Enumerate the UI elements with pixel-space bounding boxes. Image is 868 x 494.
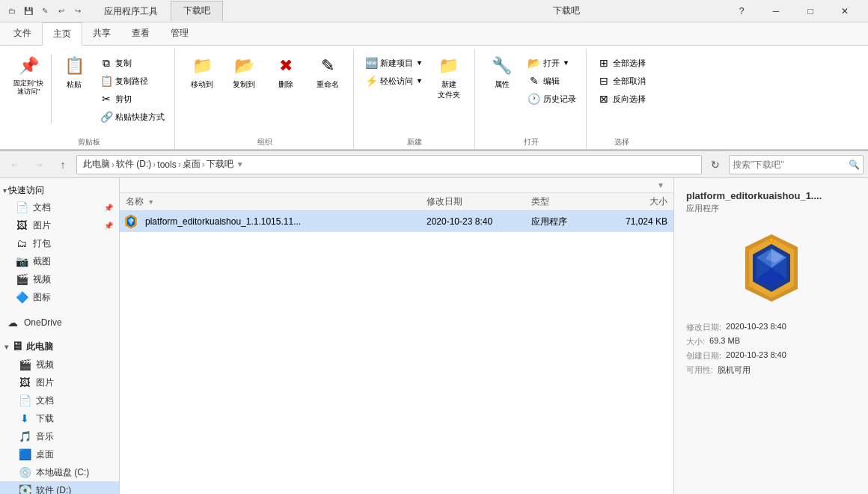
tab-home[interactable]: 主页 — [42, 22, 82, 46]
select-label: 选择 — [588, 137, 655, 147]
sidebar-item-music[interactable]: 🎵 音乐 — [0, 427, 119, 445]
file-date-0: 2020-10-23 8:40 — [424, 216, 528, 227]
file-type-0: 应用程序 — [528, 216, 603, 228]
value-date-created: 2020-10-23 8:40 — [726, 350, 786, 362]
col-header-date[interactable]: 修改日期 — [424, 195, 528, 208]
empty-area[interactable] — [120, 232, 673, 494]
select-none-button[interactable]: ⊟ 全部取消 — [594, 73, 650, 89]
sidebar-item-cdrive[interactable]: 💿 本地磁盘 (C:) — [0, 463, 119, 481]
copy-path-button[interactable]: 📋 复制路径 — [97, 73, 168, 89]
copy-button[interactable]: ⧉ 复制 — [97, 55, 168, 71]
path-part-3[interactable]: 桌面 — [183, 158, 201, 171]
tab-manage[interactable]: 管理 — [160, 22, 199, 45]
pack-icon: 🗂 — [15, 237, 28, 250]
col-header-name[interactable]: 名称 ▼ — [123, 195, 424, 208]
close-button[interactable]: ✕ — [828, 0, 862, 22]
paste-shortcut-button[interactable]: 🔗 粘贴快捷方式 — [97, 109, 168, 125]
maximize-button[interactable]: □ — [793, 0, 828, 22]
new-item-button[interactable]: 🆕 新建项目 ▼ — [361, 55, 427, 71]
file-list-header: 名称 ▼ 修改日期 类型 大小 — [120, 193, 673, 211]
sidebar-item-ddrive[interactable]: 💽 软件 (D:) — [0, 481, 119, 494]
screenshot-icon: 📷 — [15, 254, 28, 268]
preview-info: 修改日期: 2020-10-23 8:40 大小: 69.3 MB 创建日期: … — [686, 322, 856, 376]
minimize-button[interactable]: ─ — [759, 0, 793, 22]
invert-select-button[interactable]: ⊠ 反向选择 — [594, 91, 650, 107]
ribbon-tab-tools[interactable]: 应用程序工具 — [91, 1, 171, 21]
sidebar-item-pack[interactable]: 🗂 打包 — [0, 234, 119, 252]
file-row-0[interactable]: platform_editorkuaishou_1.1.1015.11... 2… — [120, 211, 673, 232]
paste-button[interactable]: 📋 粘贴 — [55, 52, 94, 92]
sidebar-item-screenshot[interactable]: 📷 截图 — [0, 252, 119, 270]
sidebar-item-icons[interactable]: 🔷 图标 — [0, 288, 119, 306]
quick-access-item-pics: 🖼 图片 📌 — [0, 216, 119, 234]
forward-button[interactable]: → — [28, 154, 49, 175]
copy-to-button[interactable]: 📂 复制到 — [224, 52, 263, 92]
path-sep-4: › — [202, 159, 205, 170]
path-part-4[interactable]: 下载吧 — [207, 158, 233, 171]
refresh-button[interactable]: ↻ — [705, 154, 726, 175]
icons-label: 图标 — [33, 291, 51, 304]
delete-button[interactable]: ✖ 删除 — [266, 52, 305, 92]
divider-2 — [0, 332, 119, 338]
quick-access-header[interactable]: ▾ 快速访问 — [0, 183, 119, 198]
search-icon: 🔍 — [849, 159, 860, 170]
sidebar-item-video-qa[interactable]: 🎬 视频 — [0, 270, 119, 288]
history-button[interactable]: 🕐 历史记录 — [525, 91, 580, 107]
address-path[interactable]: 此电脑 › 软件 (D:) › tools › 桌面 › 下载吧 ▼ — [76, 155, 702, 174]
properties-button[interactable]: 🔧 属性 — [483, 52, 522, 92]
path-sep-1: › — [111, 159, 114, 170]
new-content: 🆕 新建项目 ▼ ⚡ 轻松访问 ▼ 📁 新建 文件夹 — [361, 49, 468, 115]
copy-icon: ⧉ — [100, 57, 112, 69]
title-bar-system-icons: 🗀 💾 ✎ ↩ ↪ — [6, 5, 84, 17]
easy-access-button[interactable]: ⚡ 轻松访问 ▼ — [361, 73, 427, 89]
up-button[interactable]: ↑ — [52, 154, 73, 175]
new-folder-button[interactable]: 📁 新建 文件夹 — [430, 52, 468, 103]
divider-1 — [0, 308, 119, 314]
rename-button[interactable]: ✎ 重命名 — [308, 52, 347, 92]
path-part-2[interactable]: tools — [157, 159, 176, 170]
new-label: 新建 — [355, 137, 474, 147]
back-button[interactable]: ← — [4, 154, 25, 175]
path-part-0[interactable]: 此电脑 — [83, 158, 110, 171]
edit-button[interactable]: ✎ 编辑 — [525, 73, 580, 89]
new-col: 🆕 新建项目 ▼ ⚡ 轻松访问 ▼ — [361, 52, 427, 101]
tab-file[interactable]: 文件 — [3, 22, 42, 45]
sidebar-item-downloads[interactable]: ⬇ 下载 — [0, 409, 119, 427]
search-input[interactable] — [733, 159, 849, 170]
documents-label: 文档 — [36, 394, 54, 407]
cut-button[interactable]: ✂ 剪切 — [97, 91, 168, 107]
sidebar-item-onedrive[interactable]: ☁ OneDrive — [0, 314, 119, 332]
col-size-label: 大小 — [650, 196, 667, 207]
path-part-1[interactable]: 软件 (D:) — [116, 158, 151, 171]
sidebar-item-pictures[interactable]: 🖼 图片 — [0, 373, 119, 391]
thispc-header[interactable]: ▾ 🖥 此电脑 — [0, 338, 119, 356]
select-all-button[interactable]: ⊞ 全部选择 — [594, 55, 650, 71]
sidebar-item-documents[interactable]: 📄 文档 — [0, 391, 119, 409]
tab-share[interactable]: 共享 — [82, 22, 121, 45]
select-none-icon: ⊟ — [598, 75, 610, 87]
col-header-size[interactable]: 大小 — [603, 195, 670, 208]
file-list-area: ▼ 名称 ▼ 修改日期 类型 大小 — [120, 178, 673, 494]
ribbon-group-open: 🔧 属性 📂 打开 ▼ ✎ 编辑 🕐 历史记录 — [477, 49, 587, 149]
col-header-type[interactable]: 类型 — [528, 195, 603, 208]
pin-to-quickaccess-button[interactable]: 📌 固定到"快速访问" — [9, 52, 48, 98]
sidebar-item-desktop[interactable]: 🟦 桌面 — [0, 445, 119, 463]
desktop-icon: 🟦 — [18, 448, 31, 461]
sidebar-item-videos[interactable]: 🎬 视频 — [0, 356, 119, 373]
sidebar-item-docs[interactable]: 📄 文档 📌 — [0, 198, 119, 216]
open-col: 📂 打开 ▼ ✎ 编辑 🕐 历史记录 — [525, 52, 580, 119]
ribbon-tab-download[interactable]: 下载吧 — [171, 1, 223, 21]
ribbon: 文件 主页 共享 查看 管理 📌 固定到"快速访问" 📋 粘贴 ⧉ — [0, 22, 868, 151]
sidebar-item-pics[interactable]: 🖼 图片 📌 — [0, 216, 119, 234]
music-icon: 🎵 — [18, 430, 31, 443]
file-app-icon — [123, 213, 139, 230]
thispc-label: 此电脑 — [26, 341, 53, 353]
help-button[interactable]: ? — [724, 0, 759, 22]
open-button[interactable]: 📂 打开 ▼ — [525, 55, 580, 71]
thispc-chevron: ▾ — [4, 343, 8, 351]
search-box[interactable]: 🔍 — [729, 155, 864, 174]
tab-view[interactable]: 查看 — [121, 22, 160, 45]
move-to-button[interactable]: 📁 移动到 — [183, 52, 221, 92]
clipboard-content: 📌 固定到"快速访问" 📋 粘贴 ⧉ 复制 📋 复制路径 — [9, 49, 168, 149]
ribbon-content: 📌 固定到"快速访问" 📋 粘贴 ⧉ 复制 📋 复制路径 — [0, 46, 868, 150]
